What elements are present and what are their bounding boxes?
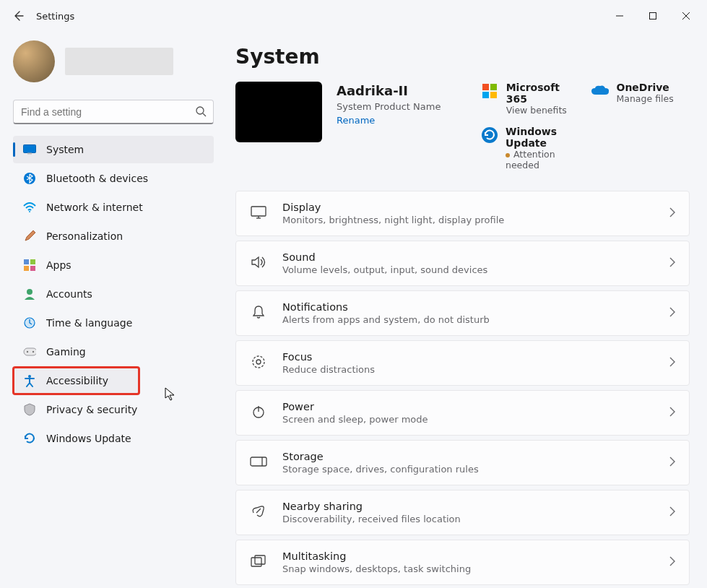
sound-icon <box>249 256 268 272</box>
quicklink-sub: View benefits <box>506 105 581 116</box>
card-title: Multitasking <box>282 550 654 562</box>
card-title: Power <box>282 401 654 412</box>
quicklink-title: Microsoft 365 <box>506 82 581 105</box>
quicklink-windows-update[interactable]: Windows Update Attention needed <box>481 126 581 170</box>
svg-rect-10 <box>24 266 29 271</box>
chevron-right-icon <box>669 306 676 320</box>
svg-rect-14 <box>24 348 36 355</box>
svg-rect-33 <box>255 555 265 564</box>
quicklink-onedrive[interactable]: OneDrive Manage files <box>591 82 690 116</box>
quicklink-microsoft-365[interactable]: Microsoft 365 View benefits <box>481 82 581 116</box>
card-subtitle: Alerts from apps and system, do not dist… <box>282 314 654 325</box>
svg-rect-32 <box>251 558 261 566</box>
svg-point-16 <box>32 351 34 353</box>
sidebar-item-label: Accounts <box>46 288 92 300</box>
nearby-icon <box>249 504 268 522</box>
cloud-icon <box>591 82 610 100</box>
system-header: Aadrika-II System Product Name Rename Mi… <box>235 82 690 170</box>
person-icon <box>23 287 36 301</box>
sidebar-item-label: Windows Update <box>46 433 131 444</box>
sidebar-item-accessibility[interactable]: Accessibility <box>13 367 139 394</box>
card-subtitle: Storage space, drives, configuration rul… <box>282 464 654 475</box>
user-profile[interactable] <box>13 38 214 90</box>
titlebar: Settings <box>0 0 707 32</box>
card-title: Storage <box>282 451 654 462</box>
card-title: Focus <box>282 351 654 363</box>
close-icon <box>682 12 690 20</box>
shield-icon <box>23 403 36 416</box>
device-name: Aadrika-II <box>337 83 467 98</box>
sidebar-item-gaming[interactable]: Gaming <box>13 338 214 366</box>
svg-rect-11 <box>30 266 35 271</box>
main: System Aadrika-II System Product Name Re… <box>214 32 707 588</box>
svg-rect-23 <box>251 207 266 216</box>
svg-point-7 <box>29 211 30 212</box>
accessibility-icon <box>23 374 36 387</box>
back-button[interactable] <box>9 7 27 25</box>
svg-point-27 <box>256 360 261 364</box>
card-multitasking[interactable]: MultitaskingSnap windows, desktops, task… <box>235 540 690 585</box>
gamepad-icon <box>23 345 36 358</box>
sidebar-item-label: Apps <box>46 259 71 271</box>
sidebar-item-bluetooth[interactable]: Bluetooth & devices <box>13 165 214 192</box>
quicklink-title: OneDrive <box>617 82 674 93</box>
display-icon <box>23 143 36 156</box>
sidebar-item-apps[interactable]: Apps <box>13 251 214 279</box>
sidebar-item-label: Privacy & security <box>46 404 137 415</box>
update-icon <box>481 126 498 144</box>
card-display[interactable]: DisplayMonitors, brightness, night light… <box>235 191 690 236</box>
card-focus[interactable]: FocusReduce distractions <box>235 340 690 386</box>
chevron-right-icon <box>669 256 676 270</box>
svg-rect-4 <box>24 145 36 153</box>
svg-line-3 <box>203 113 206 116</box>
sidebar: System Bluetooth & devices Network & int… <box>0 32 214 588</box>
sidebar-item-label: Gaming <box>46 346 86 358</box>
card-subtitle: Volume levels, output, input, sound devi… <box>282 264 654 275</box>
sidebar-item-privacy[interactable]: Privacy & security <box>13 396 214 423</box>
svg-point-2 <box>196 107 204 114</box>
quicklink-sub: Manage files <box>617 93 674 104</box>
maximize-button[interactable] <box>636 4 669 27</box>
search-input[interactable] <box>13 100 214 124</box>
chevron-right-icon <box>669 356 676 370</box>
apps-icon <box>23 259 36 272</box>
quicklink-title: Windows Update <box>506 126 581 149</box>
minimize-button[interactable] <box>603 4 636 27</box>
card-subtitle: Screen and sleep, power mode <box>282 414 654 425</box>
device-thumbnail <box>235 82 322 142</box>
close-button[interactable] <box>669 4 703 27</box>
svg-point-17 <box>28 375 31 378</box>
svg-rect-18 <box>482 84 489 90</box>
card-subtitle: Reduce distractions <box>282 364 654 375</box>
sidebar-item-label: Time & language <box>46 317 132 329</box>
sidebar-item-personalization[interactable]: Personalization <box>13 222 214 250</box>
svg-point-12 <box>27 289 32 295</box>
display-icon <box>249 206 268 222</box>
sidebar-item-label: Personalization <box>46 230 123 242</box>
chevron-right-icon <box>669 555 676 569</box>
m365-icon <box>481 82 499 100</box>
card-storage[interactable]: StorageStorage space, drives, configurat… <box>235 440 690 485</box>
sidebar-item-label: Bluetooth & devices <box>46 173 148 184</box>
sidebar-item-time-language[interactable]: Time & language <box>13 309 214 337</box>
rename-link[interactable]: Rename <box>337 115 467 126</box>
user-name-redacted <box>65 48 173 75</box>
page-title: System <box>235 45 690 69</box>
sidebar-item-windows-update[interactable]: Windows Update <box>13 425 214 452</box>
card-subtitle: Monitors, brightness, night light, displ… <box>282 215 654 225</box>
sidebar-item-system[interactable]: System <box>13 136 214 163</box>
chevron-right-icon <box>669 207 676 220</box>
sidebar-item-network[interactable]: Network & internet <box>13 194 214 221</box>
window-title: Settings <box>36 11 74 22</box>
card-sound[interactable]: SoundVolume levels, output, input, sound… <box>235 241 690 286</box>
sidebar-item-accounts[interactable]: Accounts <box>13 280 214 308</box>
storage-icon <box>249 456 268 470</box>
card-power[interactable]: PowerScreen and sleep, power mode <box>235 390 690 436</box>
svg-point-15 <box>27 351 28 353</box>
minimize-icon <box>616 12 623 20</box>
device-product: System Product Name <box>337 101 467 112</box>
card-nearby[interactable]: Nearby sharingDiscoverability, received … <box>235 490 690 535</box>
chevron-right-icon <box>669 456 676 470</box>
card-notifications[interactable]: NotificationsAlerts from apps and system… <box>235 290 690 336</box>
card-subtitle: Snap windows, desktops, task switching <box>282 563 654 574</box>
